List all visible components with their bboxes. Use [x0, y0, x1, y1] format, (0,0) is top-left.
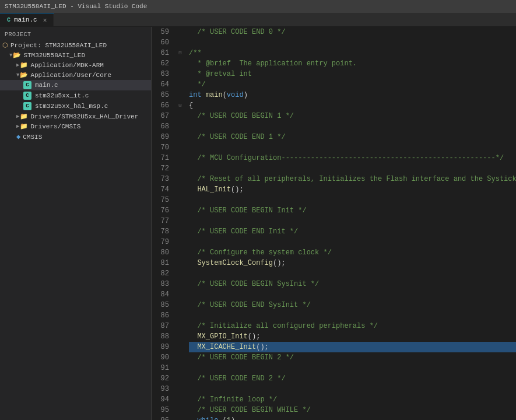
collapse-gutter-95: [176, 405, 184, 415]
line-number-62: 62: [156, 58, 171, 69]
line-number-66: 66: [156, 100, 171, 111]
code-editor[interactable]: 5960616263646566676869707172737475767778…: [152, 27, 516, 420]
collapse-gutter-65: [176, 90, 184, 100]
collapse-gutter-96: [176, 415, 184, 420]
sidebar-item-app-mdk[interactable]: ▶📁Application/MDK-ARM: [0, 60, 151, 70]
code-line-70[interactable]: [189, 142, 516, 153]
code-line-73[interactable]: /* Reset of all peripherals, Initializes…: [189, 174, 516, 184]
title-text: STM32U558AII_LED - Visual Studio Code: [5, 3, 147, 10]
collapse-gutter-60: [176, 37, 184, 48]
line-number-78: 78: [156, 226, 171, 237]
sidebar-item-drivers-cmsis[interactable]: ▶📁Drivers/CMSIS: [0, 121, 151, 131]
collapse-gutter-62: [176, 58, 184, 69]
collapse-gutter-80: [176, 247, 184, 258]
collapse-gutter-87: [176, 321, 184, 331]
code-line-74[interactable]: HAL_Init();: [189, 184, 516, 195]
sidebar-title: PROJECT: [0, 29, 151, 40]
line-number-72: 72: [156, 163, 171, 174]
code-line-83[interactable]: /* USER CODE BEGIN SysInit */: [189, 279, 516, 289]
code-line-86[interactable]: [189, 310, 516, 321]
line-number-64: 64: [156, 79, 171, 90]
code-line-69[interactable]: /* USER CODE END 1 */: [189, 132, 516, 142]
line-number-60: 60: [156, 37, 171, 48]
collapse-gutter-63: [176, 69, 184, 79]
tab-main-c[interactable]: C main.c ✕: [0, 13, 54, 26]
sidebar-item-project-root[interactable]: ⬡Project: STM32U558AII_LED: [0, 40, 151, 50]
code-line-92[interactable]: /* USER CODE END 2 */: [189, 373, 516, 384]
code-line-71[interactable]: /* MCU Configuration--------------------…: [189, 153, 516, 163]
tab-label: main.c: [14, 16, 37, 23]
code-line-59[interactable]: /* USER CODE END 0 */: [189, 27, 516, 37]
collapse-gutter-83: [176, 279, 184, 289]
sidebar-item-main-c[interactable]: Cmain.c: [0, 80, 151, 90]
collapse-gutter-64: [176, 79, 184, 90]
sidebar-item-app-user-core[interactable]: ▼📂Application/User/Core: [0, 70, 151, 80]
code-line-94[interactable]: /* Infinite loop */: [189, 394, 516, 405]
collapse-gutter-77: [176, 216, 184, 226]
sidebar-item-drivers-hal[interactable]: ▶📁Drivers/STM32U5xx_HAL_Driver: [0, 111, 151, 121]
code-line-88[interactable]: MX_GPIO_Init();: [189, 331, 516, 342]
sidebar-item-cmsis[interactable]: ◆CMSIS: [0, 131, 151, 142]
code-line-61[interactable]: /**: [189, 48, 516, 58]
code-line-62[interactable]: * @brief The application entry point.: [189, 58, 516, 69]
line-number-63: 63: [156, 69, 171, 79]
collapse-gutter-66[interactable]: ⊟: [176, 100, 184, 111]
line-number-68: 68: [156, 121, 171, 132]
code-line-82[interactable]: [189, 268, 516, 279]
code-line-76[interactable]: /* USER CODE BEGIN Init */: [189, 205, 516, 216]
collapse-gutter-85: [176, 300, 184, 310]
main-area: PROJECT ⬡Project: STM32U558AII_LED▼📂STM3…: [0, 27, 516, 420]
line-number-81: 81: [156, 258, 171, 268]
code-line-89[interactable]: MX_ICACHE_Init();: [189, 342, 516, 352]
code-line-84[interactable]: [189, 289, 516, 300]
code-line-64[interactable]: */: [189, 79, 516, 90]
line-number-82: 82: [156, 268, 171, 279]
line-number-73: 73: [156, 174, 171, 184]
code-line-96[interactable]: while (1): [189, 415, 516, 420]
line-number-84: 84: [156, 289, 171, 300]
close-icon[interactable]: ✕: [43, 16, 47, 24]
sidebar-item-stm32u5xx-it[interactable]: Cstm32u5xx_it.c: [0, 90, 151, 101]
code-line-60[interactable]: [189, 37, 516, 48]
code-line-66[interactable]: {: [189, 100, 516, 111]
code-line-81[interactable]: SystemClock_Config();: [189, 258, 516, 268]
line-number-67: 67: [156, 111, 171, 121]
collapse-gutter-89: [176, 342, 184, 352]
sidebar-item-stm32u558[interactable]: ▼📂STM32U558AII_LED: [0, 50, 151, 60]
code-line-85[interactable]: /* USER CODE END SysInit */: [189, 300, 516, 310]
collapse-gutter: ⊟⊟⊟: [176, 27, 184, 420]
code-line-65[interactable]: int main(void): [189, 90, 516, 100]
code-line-78[interactable]: /* USER CODE END Init */: [189, 226, 516, 237]
collapse-gutter-92: [176, 373, 184, 384]
code-line-91[interactable]: [189, 363, 516, 373]
collapse-gutter-74: [176, 184, 184, 195]
code-line-77[interactable]: [189, 216, 516, 226]
sidebar-item-stm32u5xx-hal-msp[interactable]: Cstm32u5xx_hal_msp.c: [0, 101, 151, 111]
code-line-95[interactable]: /* USER CODE BEGIN WHILE */: [189, 405, 516, 415]
collapse-gutter-68: [176, 121, 184, 132]
line-number-95: 95: [156, 405, 171, 415]
collapse-gutter-72: [176, 163, 184, 174]
code-line-93[interactable]: [189, 384, 516, 394]
collapse-gutter-76: [176, 205, 184, 216]
line-number-92: 92: [156, 373, 171, 384]
code-line-63[interactable]: * @retval int: [189, 69, 516, 79]
tab-icon: C: [7, 17, 10, 23]
code-line-79[interactable]: [189, 237, 516, 247]
code-line-68[interactable]: [189, 121, 516, 132]
collapse-gutter-94: [176, 394, 184, 405]
line-number-69: 69: [156, 132, 171, 142]
code-line-67[interactable]: /* USER CODE BEGIN 1 */: [189, 111, 516, 121]
code-line-72[interactable]: [189, 163, 516, 174]
line-number-96: 96: [156, 415, 171, 420]
collapse-gutter-67: [176, 111, 184, 121]
line-number-70: 70: [156, 142, 171, 153]
code-line-90[interactable]: /* USER CODE BEGIN 2 */: [189, 352, 516, 363]
code-line-75[interactable]: [189, 195, 516, 205]
line-number-89: 89: [156, 342, 171, 352]
code-line-87[interactable]: /* Initialize all configured peripherals…: [189, 321, 516, 331]
collapse-gutter-86: [176, 310, 184, 321]
collapse-gutter-59: [176, 27, 184, 37]
collapse-gutter-61[interactable]: ⊟: [176, 48, 184, 58]
code-line-80[interactable]: /* Configure the system clock */: [189, 247, 516, 258]
